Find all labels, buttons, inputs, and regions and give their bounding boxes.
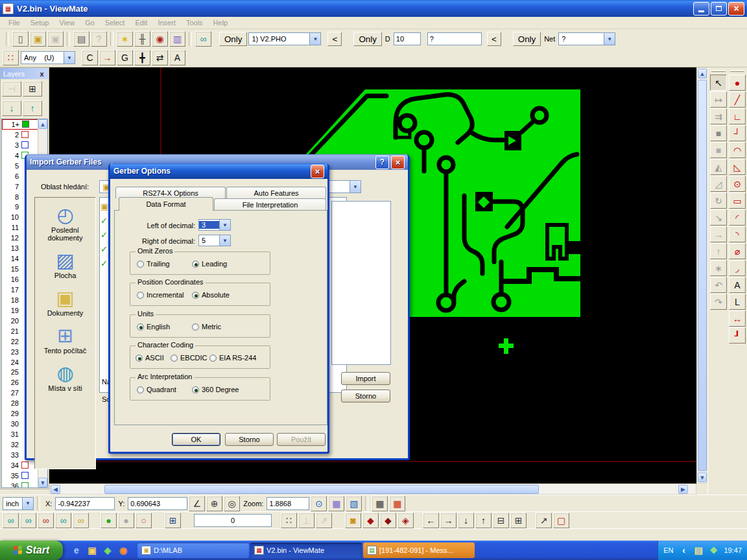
scroll-up-icon[interactable]: ▲: [698, 69, 707, 78]
x-coordinate-input[interactable]: -0.942237: [55, 497, 115, 510]
draw-curve-button[interactable]: ◝: [729, 226, 746, 242]
layer-color-swatch[interactable]: [21, 131, 29, 138]
left-of-decimal-select[interactable]: 3 ▼: [198, 219, 231, 231]
dropdown-arrow-icon[interactable]: ▼: [22, 498, 33, 509]
horizontal-scroll-thumb[interactable]: [104, 485, 539, 494]
dropdown-arrow-icon[interactable]: ▼: [350, 181, 361, 192]
right-of-decimal-select[interactable]: 5 ▼: [198, 235, 231, 246]
marquee-button[interactable]: ▢: [553, 513, 569, 528]
only-dcode-button[interactable]: Only: [353, 32, 381, 46]
toolbar-grip[interactable]: [730, 70, 744, 72]
dot-grid-button[interactable]: ∷: [281, 513, 297, 528]
draw-end-corner-button[interactable]: ┚: [729, 327, 746, 344]
minimize-button[interactable]: [693, 2, 709, 16]
resize-button[interactable]: ↗: [536, 513, 552, 528]
menu-tools[interactable]: Tools: [182, 18, 208, 28]
book-button[interactable]: ◈: [101, 543, 115, 557]
grid-step-input[interactable]: 0: [194, 514, 272, 527]
view-draw-button[interactable]: ∞: [55, 513, 71, 528]
scroll-right-icon[interactable]: ▶: [678, 485, 688, 494]
sun-grid-button[interactable]: ◙: [345, 513, 361, 528]
draw-polyline-button[interactable]: ∟: [729, 108, 746, 124]
radio-360-degree[interactable]: 360 Degree: [192, 386, 239, 393]
c-aperture-button[interactable]: C: [82, 50, 98, 65]
task--191-482-091-mess-[interactable]: ▤[191-482-091] - Mess...: [363, 542, 475, 558]
select-cursor-button[interactable]: ↖: [710, 75, 727, 91]
tray-chevron-button[interactable]: ‹: [676, 543, 691, 557]
zoom-input[interactable]: 1.8868: [267, 497, 309, 510]
only-layer-button[interactable]: Only: [219, 32, 247, 46]
pliers-film-button[interactable]: ╫: [134, 31, 150, 47]
menu-select[interactable]: Select: [101, 18, 130, 28]
highlight-outline-button[interactable]: ○: [136, 513, 152, 528]
draw-pad-button[interactable]: ●: [729, 75, 746, 91]
layer-up-button[interactable]: ↑: [23, 100, 42, 116]
ok-button[interactable]: OK: [172, 433, 220, 446]
swap-button[interactable]: ⇄: [152, 50, 168, 65]
layer-map-button[interactable]: ⊞: [23, 81, 42, 97]
draw-corner-button[interactable]: ┘: [729, 125, 746, 141]
new-file-button[interactable]: ▯: [12, 31, 29, 47]
radio-incremental[interactable]: Incremental: [137, 291, 184, 299]
tray-notes-button[interactable]: ▤: [691, 543, 706, 557]
zoom-select-button[interactable]: ▧: [346, 496, 362, 511]
layer-color-swatch[interactable]: [21, 461, 29, 469]
ie-button[interactable]: e: [69, 543, 84, 557]
tab-auto-features[interactable]: Auto Features: [226, 187, 326, 198]
tray-flower-button[interactable]: ❖: [706, 543, 720, 557]
draw-arc2-button[interactable]: ◞: [729, 260, 746, 276]
layer-file-select[interactable]: 1) V2.PHO ▼: [248, 32, 321, 45]
grid-copy-button[interactable]: ⊟: [493, 513, 509, 528]
place-documents[interactable]: ▣Dokumenty: [35, 288, 95, 317]
import-button[interactable]: Import: [341, 372, 390, 385]
dropdown-arrow-icon[interactable]: ▼: [219, 220, 230, 230]
place-my-computer[interactable]: ⊞Tento počítač: [35, 326, 95, 355]
view-fill-button[interactable]: ∞: [73, 513, 89, 528]
dropdown-arrow-icon[interactable]: ▼: [604, 33, 615, 45]
apply-button[interactable]: Použít: [277, 433, 326, 446]
grid-up-button[interactable]: ↑: [475, 513, 492, 528]
a-text-button[interactable]: A: [169, 50, 185, 65]
diamond-solid-button[interactable]: ◆: [362, 513, 379, 528]
restore-button[interactable]: [711, 2, 727, 16]
menu-file[interactable]: File: [4, 18, 25, 28]
zoom-grid-button[interactable]: ▦: [328, 496, 344, 511]
draw-line-button[interactable]: ╱: [729, 91, 746, 108]
origin-button[interactable]: ⊕: [206, 496, 222, 511]
firefox-button[interactable]: ◉: [116, 543, 130, 557]
layer-color-swatch[interactable]: [21, 482, 29, 488]
tab-data-format[interactable]: Data Format: [119, 197, 213, 211]
horizontal-scrollbar[interactable]: ◀ ▶: [49, 484, 696, 495]
layers-scroll-down-icon[interactable]: ▼: [38, 478, 47, 487]
menu-help[interactable]: Help: [209, 18, 233, 28]
task-d-mlab[interactable]: ▣D:\MLAB: [137, 542, 249, 558]
diamond-dot-button[interactable]: ◈: [397, 513, 414, 528]
dcode-query-input[interactable]: ?: [427, 32, 482, 45]
menu-insert[interactable]: Insert: [153, 18, 180, 28]
place-desktop[interactable]: ▨Plocha: [35, 251, 95, 279]
radio-leading[interactable]: Leading: [192, 260, 227, 268]
grid-down-button[interactable]: ↓: [458, 513, 474, 528]
radio-metric[interactable]: Metric: [192, 323, 221, 331]
tab-file-interpretation[interactable]: File Interpretation: [214, 198, 326, 210]
menu-view[interactable]: View: [54, 18, 79, 28]
angle-button[interactable]: ∠: [189, 496, 205, 511]
highlight-on-button[interactable]: ●: [101, 513, 117, 528]
aperture-filter-select[interactable]: Any (U) ▼: [21, 51, 75, 64]
scroll-left-icon[interactable]: ◀: [51, 485, 60, 494]
dropdown-arrow-icon[interactable]: ▼: [64, 52, 75, 64]
draw-arc-open-button[interactable]: ◠: [729, 142, 746, 158]
help-button[interactable]: ?: [375, 156, 389, 169]
draw-circle-button[interactable]: ⊙: [729, 176, 746, 192]
pattern-select-button[interactable]: ∷: [3, 50, 19, 65]
unit-select[interactable]: inch ▼: [3, 497, 34, 510]
place-network-places[interactable]: ◍Místa v síti: [35, 364, 95, 392]
layer-down-button[interactable]: ↓: [2, 100, 21, 116]
diamond-s-button[interactable]: ◆: [380, 513, 396, 528]
previous-net-button[interactable]: <: [487, 32, 501, 46]
probe-button[interactable]: ◎: [224, 496, 240, 511]
layers-scroll-up-icon[interactable]: ▲: [38, 119, 47, 129]
radio-quadrant[interactable]: Quadrant: [137, 386, 176, 393]
cross-pad-button[interactable]: ╋: [134, 50, 150, 65]
gerber-dialog-titlebar[interactable]: Gerber Options ×: [110, 163, 327, 179]
